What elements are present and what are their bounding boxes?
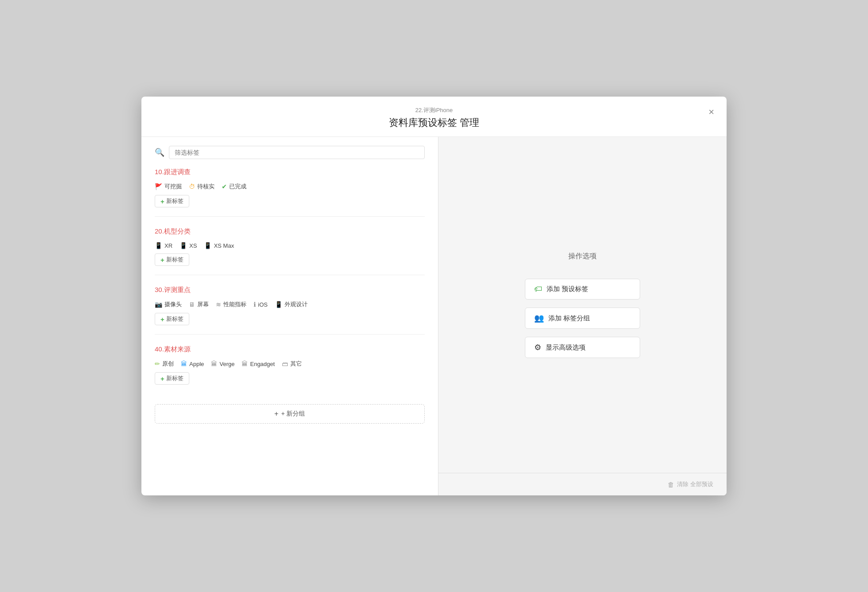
tag-label: XR: [164, 242, 172, 249]
new-tag-label: 新标签: [166, 197, 184, 205]
tag-icon: ✔: [222, 183, 227, 190]
tag-item[interactable]: 🏛Verge: [211, 360, 235, 367]
new-tag-label: 新标签: [166, 374, 184, 382]
add-preset-icon: 🏷: [534, 284, 542, 294]
tag-groups-container: 10.跟进调查🚩可挖掘⏱待核实✔已完成+新标签20.机型分类📱XR📱XS📱XS …: [155, 168, 425, 393]
tag-item[interactable]: 📱XR: [155, 242, 172, 249]
right-top: 操作选项 🏷添加 预设标签👥添加 标签分组⚙显示高级选项: [438, 137, 727, 473]
tag-icon: 📱: [275, 301, 282, 308]
group-title-group-30: 30.评测重点: [155, 286, 425, 294]
tags-row-group-30: 📷摄像头🖥屏幕≋性能指标ℹiOS📱外观设计: [155, 300, 425, 308]
show-advanced-label: 显示高级选项: [546, 343, 586, 352]
plus-icon: +: [160, 315, 164, 323]
group-title-group-20: 20.机型分类: [155, 227, 425, 236]
new-tag-button[interactable]: +新标签: [155, 195, 189, 207]
tag-item[interactable]: ✏原创: [155, 360, 174, 368]
new-tag-button[interactable]: +新标签: [155, 253, 189, 266]
modal-subtitle: 22.评测iPhone: [159, 106, 709, 114]
tag-icon: ≋: [216, 301, 221, 308]
tag-label: XS: [189, 242, 197, 249]
operations-title: 操作选项: [568, 252, 597, 261]
search-input[interactable]: [169, 146, 425, 159]
tags-row-group-40: ✏原创🏛Apple🏛Verge🏛Engadget🗃其它: [155, 360, 425, 368]
tag-label: 其它: [290, 360, 302, 368]
new-tag-button[interactable]: +新标签: [155, 372, 189, 385]
tag-label: 待核实: [197, 183, 215, 191]
search-icon: 🔍: [155, 148, 164, 157]
show-advanced-icon: ⚙: [534, 343, 541, 352]
modal-body: 🔍 10.跟进调查🚩可挖掘⏱待核实✔已完成+新标签20.机型分类📱XR📱XS📱X…: [141, 137, 727, 495]
tag-group-group-10: 10.跟进调查🚩可挖掘⏱待核实✔已完成+新标签: [155, 168, 425, 217]
tag-label: 已完成: [229, 183, 246, 191]
tag-icon: 📱: [204, 242, 211, 249]
tag-icon: ℹ: [254, 301, 256, 308]
tag-item[interactable]: 🏛Engadget: [242, 360, 275, 367]
tag-item[interactable]: 📷摄像头: [155, 300, 182, 308]
tag-item[interactable]: 🗃其它: [282, 360, 302, 368]
tag-item[interactable]: ≋性能指标: [216, 300, 246, 308]
tag-label: 屏幕: [197, 300, 209, 308]
tag-label: 可挖掘: [164, 183, 182, 191]
modal-container: 22.评测iPhone 资料库预设标签 管理 × 🔍 10.跟进调查🚩可挖掘⏱待…: [141, 97, 727, 495]
right-bottom: 🗑 清除 全部预设: [438, 473, 727, 495]
tag-item[interactable]: ✔已完成: [222, 183, 246, 191]
group-title-group-40: 40.素材来源: [155, 345, 425, 354]
new-group-plus-icon: +: [274, 410, 278, 418]
clear-label: 清除 全部预设: [677, 480, 713, 488]
add-group-label: 添加 标签分组: [548, 314, 590, 323]
left-panel: 🔍 10.跟进调查🚩可挖掘⏱待核实✔已完成+新标签20.机型分类📱XR📱XS📱X…: [141, 137, 438, 495]
modal-header: 22.评测iPhone 资料库预设标签 管理 ×: [141, 97, 727, 137]
tag-item[interactable]: ⏱待核实: [189, 183, 215, 191]
add-group-button[interactable]: 👥添加 标签分组: [525, 308, 640, 329]
add-group-icon: 👥: [534, 313, 544, 323]
new-tag-button[interactable]: +新标签: [155, 313, 189, 325]
tag-icon: 📱: [155, 242, 162, 249]
tag-icon: 🏛: [242, 360, 248, 367]
close-button[interactable]: ×: [708, 107, 714, 117]
action-buttons: 🏷添加 预设标签👥添加 标签分组⚙显示高级选项: [525, 279, 640, 358]
add-preset-button[interactable]: 🏷添加 预设标签: [525, 279, 640, 300]
tag-item[interactable]: 🖥屏幕: [189, 300, 209, 308]
tag-icon: 🗃: [282, 360, 288, 367]
tag-label: 原创: [162, 360, 174, 368]
tag-icon: ⏱: [189, 183, 195, 190]
tag-label: 摄像头: [164, 300, 182, 308]
tag-label: Verge: [219, 361, 235, 367]
add-preset-label: 添加 预设标签: [547, 285, 588, 293]
tag-label: 性能指标: [223, 300, 246, 308]
tag-item[interactable]: 📱XS: [180, 242, 197, 249]
tag-item[interactable]: ℹiOS: [254, 301, 268, 308]
tag-label: Apple: [189, 361, 204, 367]
tag-icon: 📱: [180, 242, 187, 249]
clear-all-button[interactable]: 🗑 清除 全部预设: [668, 480, 713, 488]
tag-icon: 🖥: [189, 301, 195, 308]
new-tag-label: 新标签: [166, 315, 184, 323]
new-group-label: + 新分组: [281, 410, 305, 418]
tag-label: XS Max: [214, 242, 234, 249]
search-row: 🔍: [155, 146, 425, 159]
plus-icon: +: [160, 198, 164, 205]
trash-icon: 🗑: [668, 481, 674, 488]
tag-icon: 📷: [155, 301, 162, 308]
new-tag-label: 新标签: [166, 256, 184, 264]
tag-item[interactable]: 📱外观设计: [275, 300, 308, 308]
tags-row-group-20: 📱XR📱XS📱XS Max: [155, 242, 425, 249]
tag-label: 外观设计: [285, 300, 308, 308]
group-title-group-10: 10.跟进调查: [155, 168, 425, 176]
show-advanced-button[interactable]: ⚙显示高级选项: [525, 337, 640, 358]
tags-row-group-10: 🚩可挖掘⏱待核实✔已完成: [155, 183, 425, 191]
plus-icon: +: [160, 256, 164, 264]
tag-item[interactable]: 📱XS Max: [204, 242, 234, 249]
new-group-button[interactable]: + + 新分组: [155, 404, 425, 424]
tag-label: Engadget: [250, 361, 275, 367]
right-panel: 操作选项 🏷添加 预设标签👥添加 标签分组⚙显示高级选项 🗑 清除 全部预设: [438, 137, 727, 495]
tag-label: iOS: [258, 301, 268, 308]
tag-icon: 🚩: [155, 183, 162, 190]
tag-icon: ✏: [155, 360, 160, 367]
tag-item[interactable]: 🏛Apple: [181, 360, 204, 367]
tag-item[interactable]: 🚩可挖掘: [155, 183, 182, 191]
modal-title: 资料库预设标签 管理: [159, 116, 709, 129]
tag-group-group-20: 20.机型分类📱XR📱XS📱XS Max+新标签: [155, 227, 425, 275]
tag-icon: 🏛: [211, 360, 217, 367]
tag-group-group-30: 30.评测重点📷摄像头🖥屏幕≋性能指标ℹiOS📱外观设计+新标签: [155, 286, 425, 335]
